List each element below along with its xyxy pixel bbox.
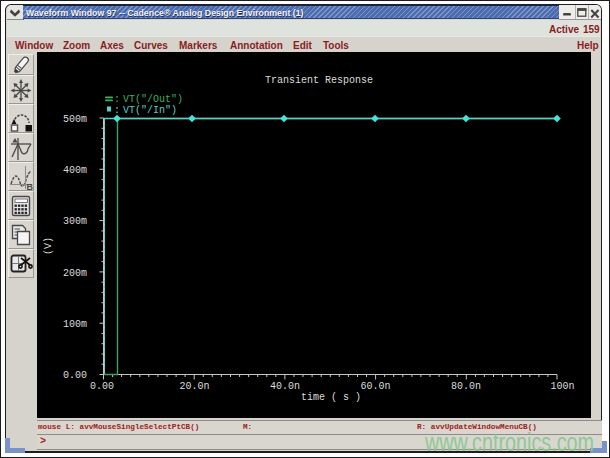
svg-text:400m: 400m bbox=[63, 165, 87, 176]
svg-text::: : bbox=[114, 94, 120, 105]
svg-text::: : bbox=[114, 105, 120, 116]
svg-text:100n: 100n bbox=[550, 381, 574, 392]
svg-text:0.00: 0.00 bbox=[90, 381, 114, 392]
svg-text:60.0n: 60.0n bbox=[360, 381, 390, 392]
svg-text:(V): (V) bbox=[43, 237, 54, 255]
svg-text:VT("/In"): VT("/In") bbox=[123, 105, 177, 116]
svg-text:B: B bbox=[27, 182, 34, 191]
svg-text:500m: 500m bbox=[63, 114, 87, 125]
svg-text:0.00: 0.00 bbox=[63, 370, 87, 381]
svg-text:VT("/Out"): VT("/Out") bbox=[123, 94, 183, 105]
svg-text:time ( s ): time ( s ) bbox=[301, 392, 361, 403]
svg-text:20.0n: 20.0n bbox=[179, 381, 209, 392]
svg-text:Transient Response: Transient Response bbox=[265, 75, 373, 86]
svg-text:80.0n: 80.0n bbox=[451, 381, 481, 392]
svg-text:40.0n: 40.0n bbox=[270, 381, 300, 392]
svg-text:200m: 200m bbox=[63, 268, 87, 279]
svg-text:300m: 300m bbox=[63, 216, 87, 227]
svg-text:100m: 100m bbox=[63, 319, 87, 330]
